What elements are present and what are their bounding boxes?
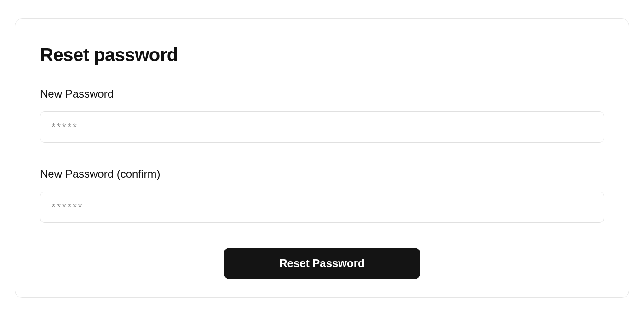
new-password-input[interactable] (40, 111, 604, 143)
new-password-label: New Password (40, 87, 604, 100)
new-password-group: New Password (40, 87, 604, 143)
confirm-password-group: New Password (confirm) (40, 168, 604, 223)
reset-password-card: Reset password New Password New Password… (15, 18, 629, 298)
page-title: Reset password (40, 45, 604, 65)
confirm-password-input[interactable] (40, 192, 604, 223)
confirm-password-label: New Password (confirm) (40, 168, 604, 180)
reset-password-button[interactable]: Reset Password (224, 248, 420, 279)
submit-button-wrap: Reset Password (40, 248, 604, 279)
